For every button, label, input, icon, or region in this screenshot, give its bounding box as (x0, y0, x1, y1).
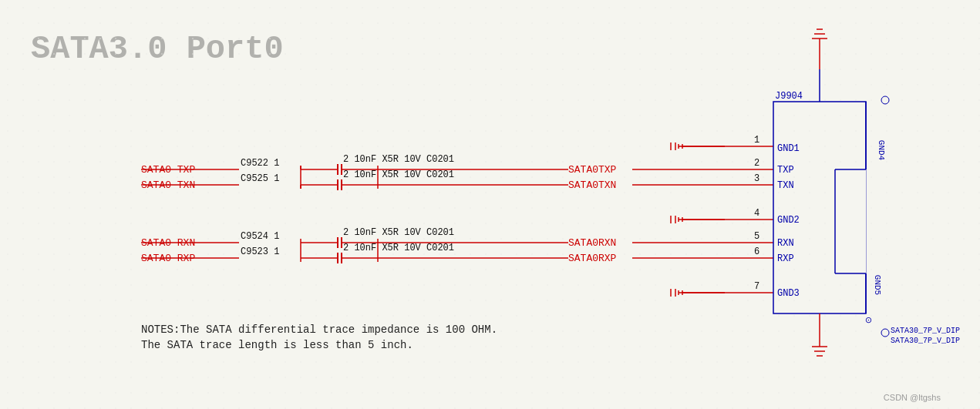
svg-text:GND2: GND2 (777, 215, 800, 226)
svg-text:RXN: RXN (777, 238, 794, 249)
svg-text:2: 2 (754, 158, 759, 169)
svg-text:RXP: RXP (777, 253, 794, 264)
svg-text:SATA0RXP: SATA0RXP (568, 253, 617, 264)
svg-text:SATA0TXP: SATA0TXP (568, 164, 617, 176)
svg-text:C9524  1: C9524 1 (241, 231, 279, 242)
svg-text:4: 4 (754, 208, 759, 219)
svg-text:C9523  1: C9523 1 (241, 246, 279, 257)
svg-text:TXN: TXN (777, 180, 794, 191)
svg-text:CSDN @ltgshs: CSDN @ltgshs (884, 393, 941, 402)
svg-text:SATA30_7P_V_DIP: SATA30_7P_V_DIP (891, 327, 960, 335)
svg-text:2  10nF   X5R  10V  C0201: 2 10nF X5R 10V C0201 (343, 154, 454, 165)
schematic-diagram: 1 SATA0 TXP C9522 1 2 10nF X5R 10V C0201… (0, 0, 980, 409)
svg-text:J9904: J9904 (775, 91, 803, 102)
svg-text:GND3: GND3 (777, 288, 800, 299)
svg-text:5: 5 (754, 231, 759, 242)
svg-text:GND4: GND4 (877, 140, 886, 161)
svg-text:6: 6 (754, 246, 759, 257)
svg-text:SATA0RXN: SATA0RXN (568, 237, 616, 249)
svg-text:GND1: GND1 (777, 143, 800, 154)
svg-text:3: 3 (754, 173, 759, 184)
svg-text:1: 1 (754, 135, 759, 146)
svg-text:GND5: GND5 (873, 275, 882, 295)
svg-text:2  10nF   X5R  10V  C0201: 2 10nF X5R 10V C0201 (343, 243, 454, 253)
svg-text:2  10nF   X5R  10V  C0201: 2 10nF X5R 10V C0201 (343, 169, 454, 180)
svg-text:SATA0TXN: SATA0TXN (568, 179, 616, 191)
svg-text:TXP: TXP (777, 165, 794, 176)
svg-text:The SATA trace length is less : The SATA trace length is less than 5 inc… (141, 339, 413, 351)
svg-rect-75 (835, 169, 866, 273)
svg-text:7: 7 (754, 281, 759, 292)
main-container: SATA3.0 Port0 1 SATA0 TXP C9522 1 (0, 0, 980, 409)
svg-text:2  10nF   X5R  10V  C0201: 2 10nF X5R 10V C0201 (343, 227, 454, 238)
svg-text:NOTES:The SATA differential tr: NOTES:The SATA differential trace impeda… (141, 324, 497, 336)
svg-text:C9525  1: C9525 1 (241, 173, 279, 184)
svg-text:⊙: ⊙ (864, 317, 873, 324)
svg-text:C9522  1: C9522 1 (241, 158, 279, 169)
svg-text:SATA30_7P_V_DIP: SATA30_7P_V_DIP (891, 337, 960, 345)
